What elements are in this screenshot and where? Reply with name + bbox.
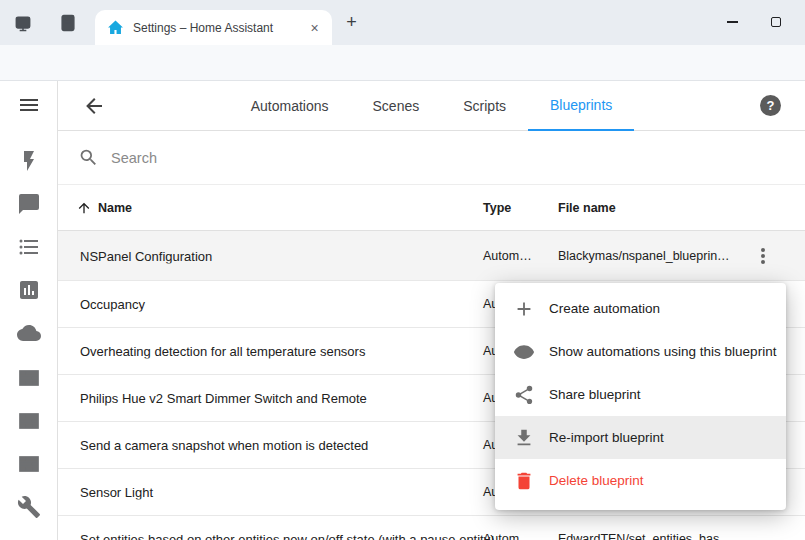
maximize-button[interactable] (755, 0, 797, 44)
search-input[interactable]: Search (58, 131, 805, 185)
browser-tab[interactable]: Settings – Home Assistant × (95, 10, 332, 45)
share-icon (513, 384, 535, 406)
menu-item-label: Share blueprint (549, 387, 641, 402)
row-file: EdwardTEN/set_entities_bas… (558, 532, 748, 540)
trash-icon (513, 470, 535, 492)
row-name: Set entities based on other entities new… (80, 532, 520, 540)
menu-item-label: Show automations using this blueprint (549, 344, 776, 359)
row-file: Blackymas/nspanel_blueprin… (558, 249, 748, 263)
context-menu: Create automation Show automations using… (495, 283, 786, 510)
ha-header: Automations Scenes Scripts Blueprints ? (58, 81, 805, 131)
maximize-icon (771, 17, 781, 27)
row-name: Send a camera snapshot when motion is de… (80, 438, 520, 453)
chart-icon[interactable] (17, 278, 41, 302)
wall-icon[interactable] (17, 452, 41, 476)
tab-title: Settings – Home Assistant (133, 21, 305, 35)
menu-item-label: Create automation (549, 301, 660, 316)
row-type: Autom… (483, 249, 532, 263)
browser-titlebar: Settings – Home Assistant × + (0, 0, 805, 45)
wall-icon[interactable] (17, 409, 41, 433)
row-overflow-menu-icon[interactable] (751, 244, 775, 268)
tab-scenes[interactable]: Scenes (351, 81, 442, 131)
cloud-icon[interactable] (17, 321, 41, 345)
table-header: Name Type File name (58, 185, 805, 231)
row-name: NSPanel Configuration (80, 248, 520, 263)
journal-icon[interactable] (58, 13, 78, 33)
column-header-name[interactable]: Name (98, 185, 132, 231)
row-name: Philips Hue v2 Smart Dimmer Switch and R… (80, 391, 520, 406)
tab-label: Scripts (463, 98, 506, 114)
row-name: Overheating detection for all temperatur… (80, 344, 520, 359)
ha-tab-bar: Automations Scenes Scripts Blueprints (58, 81, 805, 131)
minimize-button[interactable] (711, 0, 753, 44)
download-icon (513, 427, 535, 449)
wrench-icon[interactable] (17, 495, 41, 519)
list-icon[interactable] (17, 235, 41, 259)
row-name: Occupancy (80, 297, 520, 312)
tab-label: Automations (251, 98, 329, 114)
table-row[interactable]: Set entities based on other entities new… (58, 516, 805, 540)
minimize-icon (727, 21, 738, 22)
menu-item-reimport-blueprint[interactable]: Re-import blueprint (495, 416, 786, 459)
workspaces-icon[interactable] (13, 13, 33, 33)
sidebar (0, 81, 58, 540)
flash-icon[interactable] (17, 149, 41, 173)
menu-item-label: Re-import blueprint (549, 430, 664, 445)
eye-icon (513, 341, 535, 363)
menu-icon[interactable] (17, 93, 41, 117)
plus-icon (513, 298, 535, 320)
tab-label: Blueprints (550, 97, 612, 113)
table-row[interactable]: NSPanel Configuration Autom… Blackymas/n… (58, 231, 805, 281)
row-name: Sensor Light (80, 485, 520, 500)
sort-ascending-icon[interactable] (76, 200, 92, 216)
menu-item-delete-blueprint[interactable]: Delete blueprint (495, 459, 786, 502)
browser-window: { "colors": { "accent_blue": "#2196f3", … (0, 0, 805, 540)
menu-item-show-automations[interactable]: Show automations using this blueprint (495, 330, 786, 373)
tab-automations[interactable]: Automations (229, 81, 351, 131)
menu-item-share-blueprint[interactable]: Share blueprint (495, 373, 786, 416)
tab-close-icon[interactable]: × (305, 18, 324, 37)
help-button[interactable]: ? (760, 95, 781, 116)
chat-icon[interactable] (17, 192, 41, 216)
row-type: Autom… (483, 532, 532, 540)
column-header-type[interactable]: Type (483, 185, 511, 231)
menu-item-create-automation[interactable]: Create automation (495, 287, 786, 330)
search-placeholder: Search (111, 150, 157, 166)
tab-scripts[interactable]: Scripts (441, 81, 528, 131)
search-icon (78, 147, 99, 168)
wall-icon[interactable] (17, 366, 41, 390)
browser-toolbar: Not secure homeassistant.local:8123/… A (0, 45, 805, 81)
home-assistant-favicon (107, 19, 124, 36)
new-tab-button[interactable]: + (341, 12, 362, 33)
tab-label: Scenes (373, 98, 420, 114)
menu-item-label: Delete blueprint (549, 473, 644, 488)
column-header-file[interactable]: File name (558, 185, 616, 231)
tab-blueprints[interactable]: Blueprints (528, 81, 634, 131)
